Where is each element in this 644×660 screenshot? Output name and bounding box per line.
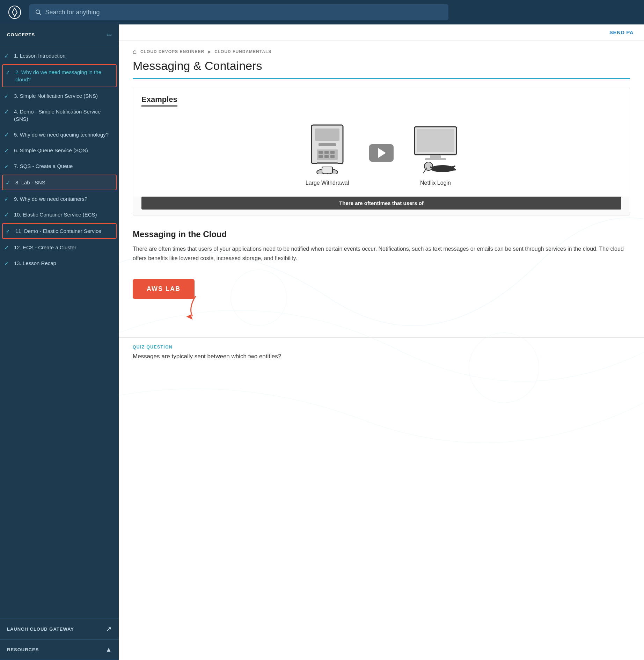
check-icon-2: ✓ [6, 69, 12, 76]
check-icon-3: ✓ [4, 93, 10, 100]
check-icon-8: ✓ [6, 179, 12, 186]
play-button[interactable] [369, 144, 394, 162]
check-icon-7: ✓ [4, 163, 10, 170]
quiz-question: Messages are typically sent between whic… [133, 353, 630, 360]
messaging-section: Messaging in the Cloud There are often t… [119, 224, 644, 276]
atm-svg [305, 122, 350, 174]
search-input[interactable] [45, 9, 443, 16]
sidebar-item-label-10: 10. Elastic Container Service (ECS) [14, 211, 97, 218]
check-icon-12: ✓ [4, 244, 10, 251]
check-icon-5: ✓ [4, 132, 10, 138]
svg-rect-22 [430, 155, 441, 158]
sidebar-section-title: CONCEPTS [7, 32, 35, 37]
quiz-section: QUIZ QUESTION Messages are typically sen… [119, 337, 644, 367]
sidebar-items-list: ✓ 1. Lesson Introduction ✓ 2. Why do we … [0, 45, 119, 618]
svg-rect-11 [319, 155, 323, 158]
svg-rect-5 [315, 129, 339, 141]
content-inner: ⌂ CLOUD DEVOPS ENGINEER ▶ CLOUD FUNDAMEN… [119, 41, 644, 367]
svg-line-1 [39, 13, 41, 15]
page-title: Messaging & Containers [133, 59, 630, 73]
sidebar-item-10[interactable]: ✓ 10. Elastic Container Service (ECS) [0, 207, 119, 222]
examples-content: Large Withdrawal [133, 109, 630, 197]
svg-rect-6 [319, 143, 336, 146]
sidebar-item-7[interactable]: ✓ 7. SQS - Create a Queue [0, 158, 119, 174]
svg-rect-12 [324, 155, 329, 158]
check-icon-13: ✓ [4, 260, 10, 267]
content-body: ⌂ CLOUD DEVOPS ENGINEER ▶ CLOUD FUNDAMEN… [119, 41, 644, 660]
sidebar-item-label-4: 4. Demo - Simple Notification Service (S… [14, 108, 113, 123]
sidebar-item-label-1: 1. Lesson Introduction [14, 52, 66, 59]
sidebar-item-13[interactable]: ✓ 13. Lesson Recap [0, 255, 119, 271]
sidebar-item-label-2: 2. Why do we need messaging in the cloud… [15, 68, 112, 83]
sidebar-item-2[interactable]: ✓ 2. Why do we need messaging in the clo… [2, 64, 117, 87]
launch-cloud-gateway-label: LAUNCH CLOUD GATEWAY [7, 626, 74, 632]
sidebar-item-label-11: 11. Demo - Elastic Container Service [15, 227, 101, 235]
sidebar-item-1[interactable]: ✓ 1. Lesson Introduction [0, 48, 119, 64]
svg-rect-9 [324, 151, 329, 154]
sidebar-item-label-8: 8. Lab - SNS [15, 179, 45, 186]
check-icon-1: ✓ [4, 53, 10, 59]
examples-title: Examples [141, 95, 177, 107]
example-label-1: Large Withdrawal [306, 180, 349, 186]
check-icon-6: ✓ [4, 147, 10, 154]
svg-rect-14 [317, 162, 338, 164]
example-label-2: Netflix Login [420, 180, 451, 186]
svg-point-24 [430, 165, 455, 172]
sidebar-item-6[interactable]: ✓ 6. Simple Queue Service (SQS) [0, 142, 119, 158]
example-netflix-login: Netflix Login [408, 120, 463, 186]
check-icon-10: ✓ [4, 212, 10, 218]
sidebar-item-5[interactable]: ✓ 5. Why do we need queuing technology? [0, 127, 119, 142]
search-icon [35, 9, 42, 16]
sidebar-item-label-6: 6. Simple Queue Service (SQS) [14, 147, 88, 154]
search-bar[interactable] [29, 4, 448, 20]
sidebar-item-3[interactable]: ✓ 3. Simple Notification Service (SNS) [0, 88, 119, 104]
sidebar-item-label-9: 9. Why do we need containers? [14, 195, 87, 203]
atm-illustration [299, 120, 355, 176]
sidebar-item-9[interactable]: ✓ 9. Why do we need containers? [0, 191, 119, 207]
sidebar-item-label-7: 7. SQS - Create a Queue [14, 162, 73, 170]
sidebar-item-label-13: 13. Lesson Recap [14, 259, 56, 267]
check-icon-4: ✓ [4, 109, 10, 115]
home-icon[interactable]: ⌂ [133, 47, 137, 56]
svg-marker-27 [186, 314, 194, 320]
send-pa-button[interactable]: SEND PA [609, 29, 634, 35]
sidebar-item-8[interactable]: ✓ 8. Lab - SNS [2, 175, 117, 190]
content-area: SEND PA ⌂ CLOUD DEVOPS ENGINEER ▶ CLOUD … [119, 24, 644, 660]
examples-header: Examples [133, 88, 630, 109]
sidebar-item-11[interactable]: ✓ 11. Demo - Elastic Container Service [2, 223, 117, 239]
sidebar-item-4[interactable]: ✓ 4. Demo - Simple Notification Service … [0, 104, 119, 127]
svg-rect-16 [322, 167, 332, 173]
launch-cloud-gateway-item[interactable]: LAUNCH CLOUD GATEWAY ↗ [0, 618, 119, 640]
chevron-up-icon: ▲ [105, 646, 112, 653]
breadcrumb: ⌂ CLOUD DEVOPS ENGINEER ▶ CLOUD FUNDAMEN… [119, 41, 644, 59]
play-triangle-icon [378, 148, 386, 158]
netflix-svg [409, 122, 462, 174]
sidebar-item-label-12: 12. ECS - Create a Cluster [14, 244, 76, 251]
svg-rect-23 [425, 158, 446, 160]
breadcrumb-section: CLOUD FUNDAMENTALS [214, 49, 271, 54]
main-layout: CONCEPTS ⇦ ✓ 1. Lesson Introduction ✓ 2.… [0, 24, 644, 660]
netflix-illustration [408, 120, 463, 176]
external-link-icon: ↗ [106, 625, 112, 633]
sidebar: CONCEPTS ⇦ ✓ 1. Lesson Introduction ✓ 2.… [0, 24, 119, 660]
svg-rect-13 [330, 155, 335, 158]
sidebar-footer: LAUNCH CLOUD GATEWAY ↗ RESOURCES ▲ [0, 618, 119, 660]
video-play-button-container [369, 144, 394, 162]
content-top-bar: SEND PA [119, 24, 644, 41]
resources-label: RESOURCES [7, 647, 39, 652]
check-icon-11: ✓ [6, 228, 12, 235]
sidebar-item-12[interactable]: ✓ 12. ECS - Create a Cluster [0, 240, 119, 255]
svg-rect-8 [319, 151, 323, 154]
messaging-section-body: There are often times that users of your… [133, 244, 630, 263]
aws-lab-container: AWS LAB [133, 279, 195, 299]
top-navigation [0, 0, 644, 24]
video-caption: There are oftentimes that users of [141, 197, 621, 210]
collapse-icon[interactable]: ⇦ [107, 31, 112, 38]
resources-item[interactable]: RESOURCES ▲ [0, 640, 119, 660]
logo-icon [7, 5, 22, 20]
breadcrumb-course: CLOUD DEVOPS ENGINEER [140, 49, 204, 54]
example-large-withdrawal: Large Withdrawal [299, 120, 355, 186]
sidebar-item-label-5: 5. Why do we need queuing technology? [14, 131, 109, 138]
examples-card: Examples [133, 88, 630, 215]
breadcrumb-arrow-icon: ▶ [208, 49, 211, 54]
